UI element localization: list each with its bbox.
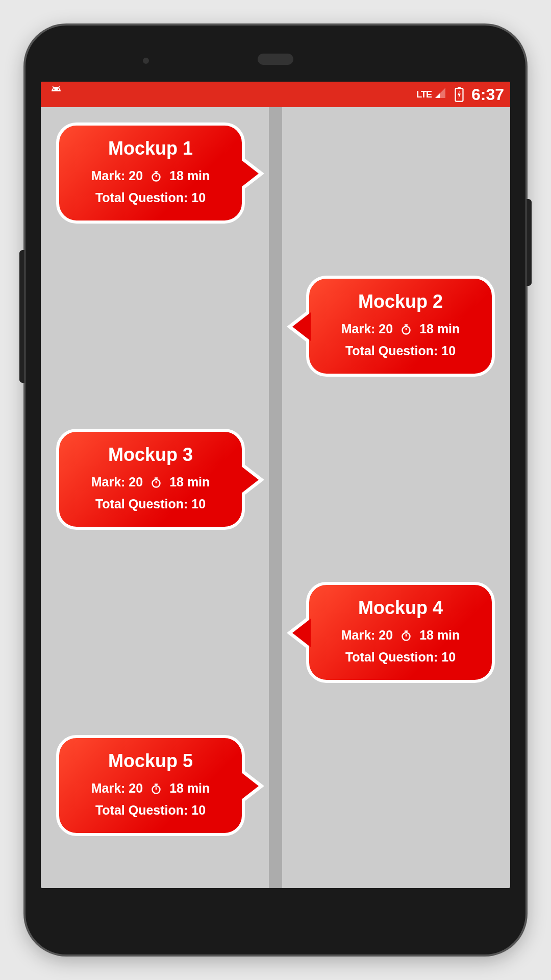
total-value: 10 (191, 497, 206, 511)
mockup-mark-line: Mark: 20 18 min (323, 628, 478, 643)
mockup-total-line: Total Question: 10 (73, 497, 228, 511)
mockup-mark-line: Mark: 20 18 min (73, 781, 228, 796)
stopwatch-icon (150, 476, 162, 488)
timeline-row: Mockup 4 Mark: 20 18 min (41, 577, 510, 730)
duration: 18 min (169, 168, 210, 183)
mockup-title: Mockup 2 (323, 291, 478, 312)
network-indicator: LTE (416, 86, 447, 103)
duration: 18 min (419, 322, 460, 336)
timeline-list: Mockup 1 Mark: 20 18 min (41, 107, 510, 888)
content-area[interactable]: Mockup 1 Mark: 20 18 min (41, 107, 510, 888)
mockup-card[interactable]: Mockup 1 Mark: 20 18 min (56, 122, 245, 224)
stopwatch-icon (150, 170, 162, 182)
timeline-row: Mockup 5 Mark: 20 18 min (41, 730, 510, 883)
total-value: 10 (441, 344, 456, 358)
stopwatch-icon (400, 323, 412, 335)
total-value: 10 (441, 650, 456, 664)
svg-point-0 (53, 88, 55, 90)
mockup-total-line: Total Question: 10 (73, 803, 228, 818)
timeline-row: Mockup 3 Mark: 20 18 min (41, 424, 510, 577)
svg-point-1 (58, 88, 59, 90)
mark-label: Mark: (341, 322, 375, 336)
power-button (527, 199, 532, 286)
mockup-title: Mockup 4 (323, 597, 478, 619)
svg-line-3 (59, 86, 60, 88)
mark-value: 20 (379, 628, 393, 642)
mockup-title: Mockup 3 (73, 444, 228, 465)
mockup-mark-line: Mark: 20 18 min (323, 322, 478, 336)
total-value: 10 (191, 190, 206, 205)
phone-frame: LTE 6:37 Mockup 1 (26, 26, 525, 954)
timeline-row: Mockup 6 Mark: 20 18 min (41, 883, 510, 888)
timeline-row: Mockup 2 Mark: 20 18 min (41, 271, 510, 424)
total-label: Total Question: (95, 190, 188, 205)
duration: 18 min (169, 781, 210, 796)
mark-label: Mark: (91, 168, 126, 183)
mark-label: Mark: (91, 781, 126, 795)
mockup-title: Mockup 1 (73, 138, 228, 159)
mockup-mark-line: Mark: 20 18 min (73, 475, 228, 489)
mockup-total-line: Total Question: 10 (73, 190, 228, 205)
svg-rect-5 (458, 87, 461, 89)
signal-icon (434, 86, 447, 103)
clock: 6:37 (471, 85, 504, 104)
mark-label: Mark: (91, 475, 126, 489)
total-label: Total Question: (345, 650, 438, 664)
mockup-title: Mockup 5 (73, 750, 228, 772)
volume-button (19, 250, 24, 383)
mockup-card[interactable]: Mockup 2 Mark: 20 18 min (306, 276, 495, 377)
mark-label: Mark: (341, 628, 375, 642)
svg-line-2 (53, 86, 54, 88)
total-value: 10 (191, 803, 206, 817)
status-bar: LTE 6:37 (41, 82, 510, 107)
duration: 18 min (169, 475, 210, 489)
mockup-card[interactable]: Mockup 4 Mark: 20 18 min (306, 582, 495, 683)
total-label: Total Question: (345, 344, 438, 358)
mockup-card[interactable]: Mockup 5 Mark: 20 18 min (56, 735, 245, 836)
stopwatch-icon (150, 782, 162, 795)
screen: LTE 6:37 Mockup 1 (41, 82, 510, 888)
duration: 18 min (419, 628, 460, 643)
network-label: LTE (416, 89, 432, 100)
mockup-mark-line: Mark: 20 18 min (73, 168, 228, 183)
mark-value: 20 (129, 168, 143, 183)
mockup-total-line: Total Question: 10 (323, 650, 478, 665)
mark-value: 20 (129, 475, 143, 489)
android-debug-icon (47, 85, 65, 104)
total-label: Total Question: (95, 497, 188, 511)
mark-value: 20 (129, 781, 143, 795)
total-label: Total Question: (95, 803, 188, 817)
mark-value: 20 (379, 322, 393, 336)
mockup-total-line: Total Question: 10 (323, 344, 478, 358)
mockup-card[interactable]: Mockup 3 Mark: 20 18 min (56, 429, 245, 530)
timeline-row: Mockup 1 Mark: 20 18 min (41, 117, 510, 271)
stopwatch-icon (400, 629, 412, 642)
battery-charging-icon (454, 87, 464, 102)
